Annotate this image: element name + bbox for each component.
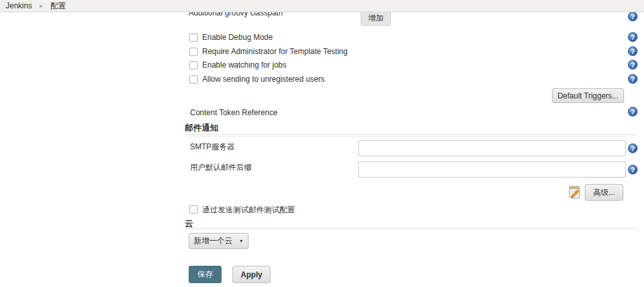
help-icon[interactable]: ?: [628, 165, 638, 174]
section-divider: [185, 228, 636, 229]
breadcrumb: Jenkins ▸ 配置: [0, 0, 644, 12]
allow-unregistered-users-label[interactable]: Allow sending to unregistered users: [202, 75, 325, 84]
test-email-config-label[interactable]: 通过发送测试邮件测试配置: [202, 205, 295, 216]
help-icon[interactable]: ?: [628, 12, 638, 21]
apply-button[interactable]: Apply: [232, 266, 270, 283]
add-groovy-classpath-button[interactable]: 增加: [361, 10, 391, 26]
allow-unregistered-users-checkbox[interactable]: [189, 75, 198, 84]
help-icon[interactable]: ?: [628, 46, 638, 56]
jenkins-configure-page: Jenkins ▸ 配置 Additional groovy classpath…: [0, 0, 644, 287]
section-divider: [185, 134, 636, 135]
require-admin-template-testing-label[interactable]: Require Administrator for Template Testi…: [202, 47, 348, 56]
help-icon[interactable]: ?: [628, 107, 638, 116]
require-admin-template-testing-checkbox[interactable]: [189, 48, 198, 56]
breadcrumb-separator-icon: ▸: [40, 3, 43, 9]
help-icon[interactable]: ?: [628, 32, 638, 42]
enable-watching-jobs-label[interactable]: Enable watching for jobs: [202, 60, 287, 69]
enable-debug-mode-checkbox[interactable]: [189, 33, 198, 42]
advanced-button[interactable]: 高级...: [585, 184, 623, 201]
help-icon[interactable]: ?: [628, 74, 638, 84]
default-triggers-button[interactable]: Default Triggers...: [552, 88, 624, 103]
enable-debug-mode-label[interactable]: Enable Debug Mode: [202, 33, 272, 42]
email-notification-section-title: 邮件通知: [185, 122, 218, 134]
breadcrumb-jenkins-link[interactable]: Jenkins: [6, 1, 32, 10]
default-email-suffix-input[interactable]: [358, 162, 626, 178]
save-button[interactable]: 保存: [189, 266, 222, 283]
test-email-config-checkbox[interactable]: [189, 205, 198, 214]
help-icon[interactable]: ?: [628, 60, 638, 69]
default-email-suffix-label: 用户默认邮件后缀: [190, 162, 252, 173]
add-cloud-label: 新增一个云: [194, 236, 232, 246]
breadcrumb-configure-link[interactable]: 配置: [50, 1, 66, 12]
smtp-server-input[interactable]: [358, 140, 626, 156]
notepad-pencil-icon: [569, 185, 582, 199]
smtp-server-label: SMTP服务器: [190, 142, 234, 153]
add-cloud-dropdown-button[interactable]: 新增一个云 ▼: [189, 233, 249, 249]
content-token-reference-label: Content Token Reference: [190, 108, 278, 117]
help-icon[interactable]: ?: [628, 144, 638, 153]
chevron-down-icon: ▼: [239, 239, 243, 243]
section-divider-shadow: [185, 136, 627, 137]
enable-watching-jobs-checkbox[interactable]: [189, 61, 198, 69]
